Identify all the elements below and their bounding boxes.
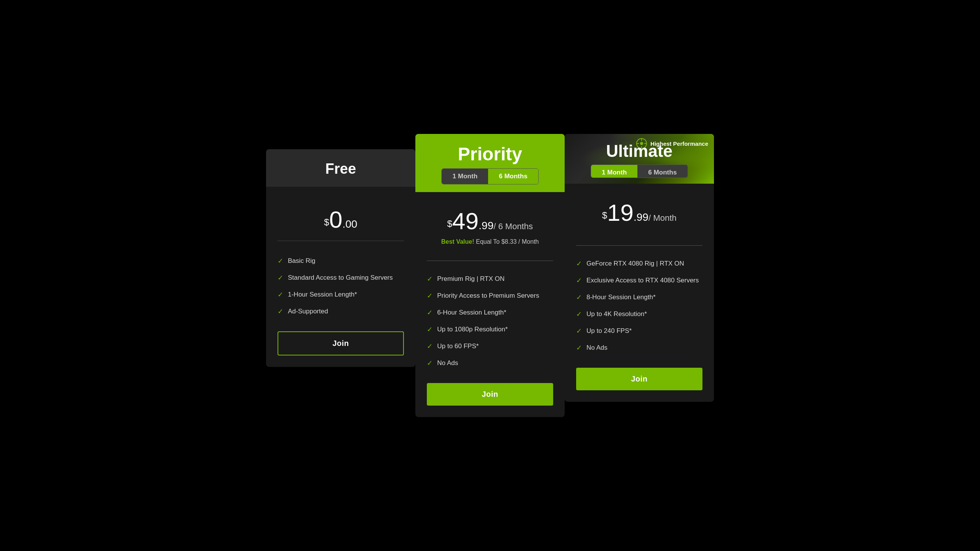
ultimate-join-button[interactable]: Join [576, 368, 702, 390]
free-card: Free $0.00 ✓ Basic Rig ✓ Standard Access… [266, 149, 415, 367]
feature-text: No Ads [586, 344, 608, 352]
ultimate-price-period: / Month [648, 213, 676, 223]
pricing-container: Free $0.00 ✓ Basic Rig ✓ Standard Access… [258, 119, 722, 432]
list-item: ✓ 8-Hour Session Length* [576, 289, 702, 306]
feature-text: Exclusive Access to RTX 4080 Servers [586, 277, 699, 284]
feature-text: Up to 1080p Resolution* [437, 326, 508, 333]
list-item: ✓ No Ads [576, 339, 702, 356]
best-value-text: Equal To $8.33 / Month [474, 238, 539, 245]
priority-price-main: 49 [452, 208, 479, 234]
list-item: ✓ Up to 60 FPS* [427, 338, 553, 355]
check-icon: ✓ [576, 310, 582, 318]
feature-text: Basic Rig [288, 257, 315, 265]
priority-features-list: ✓ Premium Rig | RTX ON ✓ Priority Access… [427, 271, 553, 372]
check-icon: ✓ [278, 274, 283, 282]
check-icon: ✓ [278, 290, 283, 299]
feature-text: 8-Hour Session Length* [586, 293, 656, 301]
priority-price-cents: .99 [479, 220, 493, 231]
list-item: ✓ Standard Access to Gaming Servers [278, 269, 404, 286]
priority-card-body: $49.99/ 6 Months Best Value! Equal To $8… [415, 192, 565, 417]
list-item: ✓ Ad-Supported [278, 303, 404, 320]
check-icon: ✓ [427, 342, 433, 350]
ultimate-divider [576, 245, 702, 246]
check-icon: ✓ [576, 344, 582, 352]
feature-text: 1-Hour Session Length* [288, 291, 357, 298]
ultimate-card-header: Highest Performance Ultimate 1 Month 6 M… [565, 134, 714, 184]
list-item: ✓ GeForce RTX 4080 Rig | RTX ON [576, 255, 702, 272]
list-item: ✓ Up to 4K Resolution* [576, 306, 702, 323]
feature-text: GeForce RTX 4080 Rig | RTX ON [586, 260, 684, 267]
priority-join-button[interactable]: Join [427, 383, 553, 406]
list-item: ✓ Exclusive Access to RTX 4080 Servers [576, 272, 702, 289]
free-price-section: $0.00 [278, 194, 404, 241]
feature-text: Up to 240 FPS* [586, 327, 632, 335]
free-features-list: ✓ Basic Rig ✓ Standard Access to Gaming … [278, 253, 404, 320]
priority-divider [427, 261, 553, 261]
check-icon: ✓ [576, 259, 582, 268]
check-icon: ✓ [427, 292, 433, 300]
feature-text: Up to 60 FPS* [437, 342, 479, 350]
priority-price-period: / 6 Months [493, 222, 533, 231]
ultimate-tab-1month[interactable]: 1 Month [591, 165, 637, 178]
free-card-title: Free [274, 161, 408, 177]
priority-card: Priority 1 Month 6 Months $49.99/ 6 Mont… [415, 134, 565, 417]
ultimate-bg: Highest Performance Ultimate 1 Month 6 M… [565, 134, 714, 184]
check-icon: ✓ [427, 308, 433, 317]
priority-card-header: Priority 1 Month 6 Months [415, 134, 565, 192]
free-price-main: 0 [329, 206, 342, 233]
best-value-bold: Best Value! [441, 238, 474, 245]
ultimate-card: Highest Performance Ultimate 1 Month 6 M… [565, 134, 714, 402]
list-item: ✓ Up to 240 FPS* [576, 323, 702, 339]
check-icon: ✓ [427, 359, 433, 367]
check-icon: ✓ [576, 293, 582, 302]
priority-tab-6months[interactable]: 6 Months [488, 169, 538, 184]
free-join-button[interactable]: Join [278, 331, 404, 355]
feature-text: Up to 4K Resolution* [586, 310, 647, 318]
ultimate-tab-6months[interactable]: 6 Months [637, 165, 688, 178]
free-card-header: Free [266, 149, 415, 187]
check-icon: ✓ [427, 325, 433, 334]
free-price-symbol: $ [324, 217, 329, 227]
priority-price-symbol: $ [447, 218, 452, 229]
ultimate-features-list: ✓ GeForce RTX 4080 Rig | RTX ON ✓ Exclus… [576, 255, 702, 356]
list-item: ✓ No Ads [427, 355, 553, 372]
list-item: ✓ 6-Hour Session Length* [427, 304, 553, 321]
list-item: ✓ Up to 1080p Resolution* [427, 321, 553, 338]
list-item: ✓ Basic Rig [278, 253, 404, 269]
feature-text: No Ads [437, 359, 458, 367]
list-item: ✓ 1-Hour Session Length* [278, 286, 404, 303]
priority-tab-toggle: 1 Month 6 Months [441, 168, 539, 184]
ultimate-price-section: $19.99/ Month [576, 191, 702, 234]
free-price-cents: .00 [342, 218, 357, 230]
check-icon: ✓ [278, 307, 283, 316]
check-icon: ✓ [278, 257, 283, 265]
check-icon: ✓ [576, 327, 582, 335]
feature-text: Priority Access to Premium Servers [437, 292, 539, 300]
ultimate-price-main: 19 [607, 199, 634, 226]
feature-text: Ad-Supported [288, 308, 328, 315]
ultimate-card-title: Ultimate [606, 142, 673, 161]
priority-card-title: Priority [423, 143, 557, 165]
list-item: ✓ Premium Rig | RTX ON [427, 271, 553, 287]
free-card-body: $0.00 ✓ Basic Rig ✓ Standard Access to G… [266, 187, 415, 367]
ultimate-price-cents: .99 [634, 211, 648, 223]
ultimate-tab-toggle: 1 Month 6 Months [591, 165, 688, 178]
check-icon: ✓ [427, 275, 433, 283]
feature-text: Premium Rig | RTX ON [437, 275, 505, 283]
check-icon: ✓ [576, 276, 582, 285]
priority-best-value: Best Value! Equal To $8.33 / Month [427, 238, 553, 245]
priority-tab-1month[interactable]: 1 Month [442, 169, 488, 184]
feature-text: Standard Access to Gaming Servers [288, 274, 393, 282]
ultimate-price-symbol: $ [602, 210, 607, 220]
list-item: ✓ Priority Access to Premium Servers [427, 287, 553, 304]
ultimate-card-body: $19.99/ Month ✓ GeForce RTX 4080 Rig | R… [565, 184, 714, 402]
feature-text: 6-Hour Session Length* [437, 309, 506, 316]
priority-price-section: $49.99/ 6 Months Best Value! Equal To $8… [427, 200, 553, 253]
